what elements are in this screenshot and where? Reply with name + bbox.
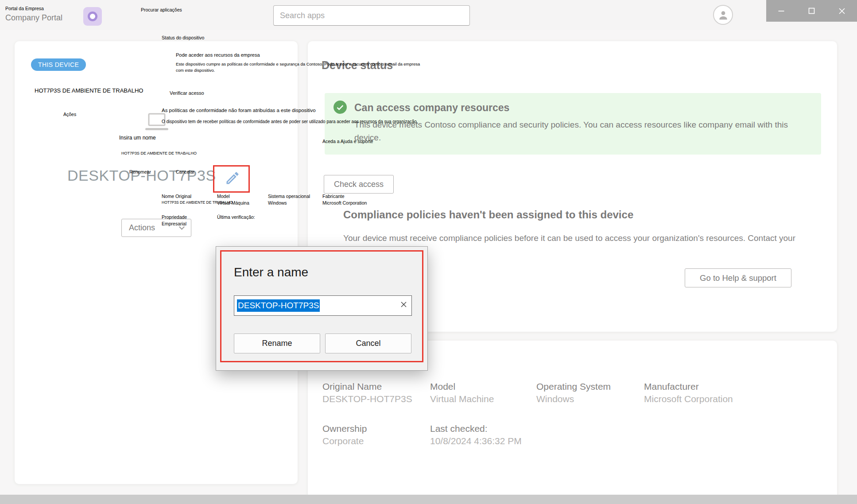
compliance-title: Compliance policies haven't been assigne…: [343, 209, 633, 221]
banner-body: This device meets Contoso compliance and…: [354, 118, 797, 144]
actions-dropdown-label: Actions: [129, 223, 155, 233]
overlay-procurar-aplicacoes: Procurar aplicações: [141, 7, 182, 13]
original-name-label: Original Name: [322, 381, 382, 392]
overlay-pode-aceder: Pode aceder aos recursos da empresa: [176, 52, 260, 59]
company-portal-logo-icon: [83, 7, 102, 26]
model-value: Virtual Machine: [430, 394, 494, 404]
overlay-ultima-verificacao: Última verificação:: [217, 214, 255, 221]
manufacturer-value: Microsoft Corporation: [644, 394, 733, 404]
ownership-label: Ownership: [322, 423, 367, 434]
overlay-nome-original-label: Nome Original: [162, 193, 191, 200]
banner-title: Can access company resources: [354, 102, 509, 114]
overlay-sistema-operacional-label: Sistema operacional: [268, 193, 310, 200]
overlay-insira-um-nome: Insira um nome: [119, 134, 156, 142]
overlay-propriedade-value: Empresarial: [162, 221, 186, 227]
overlay-device-name-small: HOT7P3S DE AMBIENTE DE TRABALHO: [121, 151, 197, 156]
dialog-rename-button[interactable]: Rename: [234, 333, 320, 353]
overlay-fabricante-label: Fabricante: [322, 193, 345, 200]
clear-input-icon[interactable]: [400, 301, 407, 310]
search-box: [273, 5, 470, 26]
overlay-verificar-acesso: Verificar acesso: [170, 90, 204, 97]
search-input[interactable]: [273, 5, 470, 26]
last-checked-value: 10/8/2024 4:36:32 PM: [430, 436, 522, 446]
original-name-value: DESKTOP-HOT7P3S: [322, 394, 412, 404]
overlay-fabricante-value: Microsoft Corporation: [322, 200, 367, 206]
last-checked-label: Last checked:: [430, 423, 488, 434]
go-to-help-support-button[interactable]: Go to Help & support: [685, 268, 791, 287]
window-controls: [766, 0, 857, 22]
overlay-politicas-nao-atribuidas: As políticas de conformidade não foram a…: [162, 107, 316, 114]
model-label: Model: [430, 381, 455, 392]
rename-dialog: Enter a name DESKTOP-HOT7P3S Rename Canc…: [216, 246, 428, 371]
overlay-status-dispositivo: Status do dispositivo: [162, 35, 204, 41]
close-button[interactable]: [827, 0, 857, 22]
overlay-sistema-operacional-value: Windows: [268, 200, 287, 206]
app-window: Company Portal THIS DEVICE DESKTOP-HOT7P…: [0, 0, 857, 504]
overlay-model-value: Virtual Máquina: [217, 200, 249, 206]
operating-system-value: Windows: [536, 394, 574, 404]
user-avatar-icon[interactable]: [713, 5, 733, 25]
check-circle-icon: [333, 101, 347, 116]
bottom-strip: [0, 495, 857, 504]
dialog-cancel-button[interactable]: Cancel: [325, 333, 411, 353]
titlebar: Company Portal: [0, 0, 857, 30]
overlay-portal-da-empresa: Portal da Empresa: [5, 5, 44, 12]
rename-dialog-title: Enter a name: [234, 265, 308, 279]
app-title: Company Portal: [5, 13, 62, 23]
maximize-button[interactable]: [796, 0, 826, 22]
pencil-icon: [225, 181, 240, 187]
operating-system-label: Operating System: [536, 381, 611, 392]
overlay-acoes: Ações: [63, 111, 76, 118]
manufacturer-label: Manufacturer: [644, 381, 699, 392]
overlay-cancelar: Cancelar: [176, 169, 194, 175]
overlay-device-name-header: HOT7P3S DE AMBIENTE DE TRABALHO: [35, 87, 143, 95]
rename-device-button[interactable]: [224, 170, 241, 187]
overlay-renomear: Renomear: [129, 169, 151, 175]
minimize-button[interactable]: [766, 0, 796, 22]
this-device-badge: THIS DEVICE: [31, 58, 86, 71]
overlay-dispositivo-receber: O dispositivo tem de receber políticas d…: [162, 119, 418, 125]
ownership-value: Corporate: [322, 436, 364, 446]
overlay-propriedade-label: Propriedade: [162, 214, 187, 221]
overlay-este-dispositivo: Este dispositivo cumpre as políticas de …: [176, 61, 426, 74]
overlay-model-label: Model: [217, 193, 230, 200]
check-access-button[interactable]: Check access: [324, 175, 394, 194]
rename-name-input[interactable]: DESKTOP-HOT7P3S: [234, 295, 412, 316]
rename-input-selected-text: DESKTOP-HOT7P3S: [237, 299, 320, 312]
overlay-aceda-ajuda: Aceda a Ajuda e suporte: [322, 138, 373, 145]
